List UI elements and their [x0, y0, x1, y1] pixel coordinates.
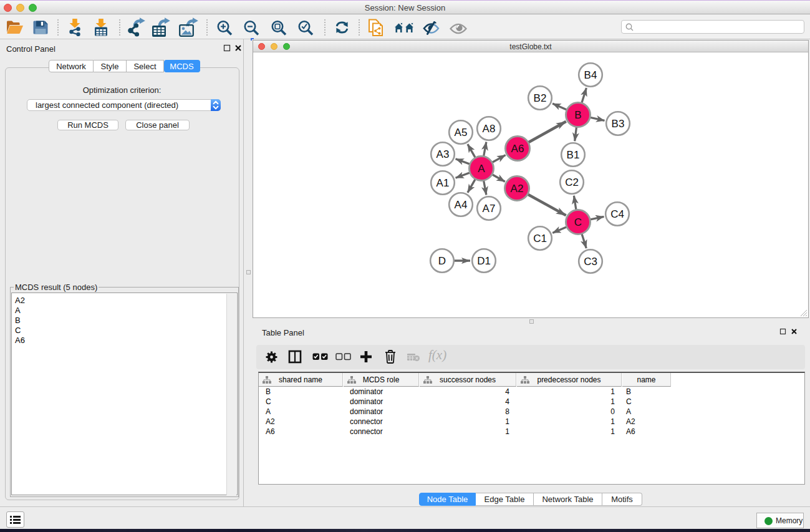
svg-text:B1: B1: [567, 149, 580, 161]
svg-text:B2: B2: [534, 92, 547, 104]
svg-text:A4: A4: [455, 199, 468, 211]
svg-text:B: B: [574, 109, 581, 121]
svg-text:A5: A5: [455, 127, 468, 138]
svg-text:C2: C2: [565, 177, 579, 188]
svg-text:A3: A3: [436, 148, 450, 160]
svg-text:D: D: [438, 255, 446, 267]
svg-text:D1: D1: [477, 255, 491, 267]
svg-text:A2: A2: [511, 183, 524, 195]
svg-text:A: A: [478, 163, 485, 175]
svg-text:C4: C4: [610, 208, 624, 220]
svg-text:A6: A6: [511, 143, 524, 155]
svg-text:A1: A1: [436, 177, 450, 189]
svg-text:B4: B4: [584, 69, 597, 81]
svg-text:B3: B3: [612, 118, 625, 130]
svg-text:A8: A8: [483, 123, 496, 135]
svg-text:C: C: [574, 216, 582, 228]
svg-text:C1: C1: [533, 233, 547, 244]
svg-text:C3: C3: [584, 256, 597, 268]
svg-text:A7: A7: [483, 203, 496, 215]
